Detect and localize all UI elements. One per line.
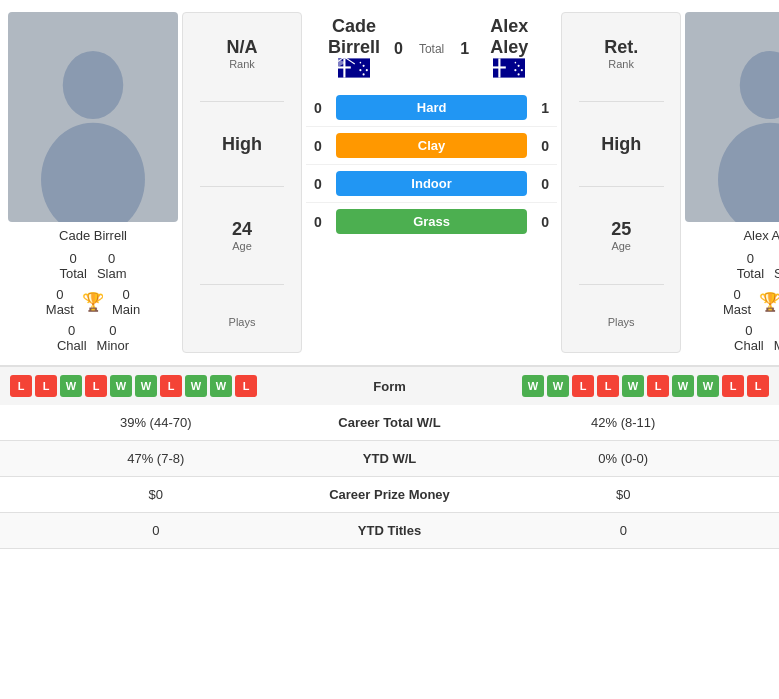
player2-chall-value: 0 xyxy=(745,323,752,338)
svg-point-22 xyxy=(740,51,779,119)
player2-age-value: 25 xyxy=(611,219,631,240)
form-label: Form xyxy=(340,379,440,394)
player2-total-label: Total xyxy=(737,266,764,281)
player2-form-badge-8: L xyxy=(722,375,744,397)
form-section: LLWLWWLWWL Form WWLLWLWWLL xyxy=(0,365,779,405)
player2-name-top: Alex Aley xyxy=(469,16,549,58)
player1-form: LLWLWWLWWL xyxy=(10,375,334,397)
player1-form-badge-0: L xyxy=(10,375,32,397)
ytd-titles-right: 0 xyxy=(480,523,768,538)
prize-right: $0 xyxy=(480,487,768,502)
player1-rank-label: Rank xyxy=(229,58,255,70)
player2-form-badge-2: L xyxy=(572,375,594,397)
player1-mast-cell: 0 Mast xyxy=(46,287,74,317)
player2-mast-cell: 0 Mast xyxy=(723,287,751,317)
svg-point-20 xyxy=(518,73,520,75)
player2-form: WWLLWLWWLL xyxy=(446,375,770,397)
player1-total-label: Total xyxy=(59,266,86,281)
prize-left: $0 xyxy=(12,487,300,502)
player2-photo xyxy=(685,12,779,222)
player2-rank-label: Rank xyxy=(608,58,634,70)
svg-rect-6 xyxy=(343,58,345,77)
player1-form-badge-6: L xyxy=(160,375,182,397)
player1-form-badge-5: W xyxy=(135,375,157,397)
player1-slam-cell: 0 Slam xyxy=(97,251,127,281)
player2-form-badge-3: L xyxy=(597,375,619,397)
divider3 xyxy=(200,284,285,285)
player1-minor-label: Minor xyxy=(97,338,130,353)
svg-point-1 xyxy=(41,123,145,222)
player1-trophy-icon: 🏆 xyxy=(82,291,104,313)
player1-column: Cade Birrell 0 Total 0 Slam 0 Mast 🏆 0 M… xyxy=(8,12,178,353)
player2-form-badge-4: W xyxy=(622,375,644,397)
player1-rank-item: N/A Rank xyxy=(227,37,258,70)
player1-chall-label: Chall xyxy=(57,338,87,353)
svg-point-9 xyxy=(359,69,361,71)
player2-flag xyxy=(493,58,525,78)
player1-slam-value: 0 xyxy=(108,251,115,266)
ytd-wl-label: YTD W/L xyxy=(300,451,480,466)
surface-btn-clay: Clay xyxy=(336,133,527,158)
player1-photo xyxy=(8,12,178,222)
player1-form-badge-2: W xyxy=(60,375,82,397)
total-score-right: 1 xyxy=(460,40,469,58)
player1-chall-cell: 0 Chall xyxy=(57,323,87,353)
player2-rank-value: Ret. xyxy=(604,37,638,58)
player1-age-value: 24 xyxy=(232,219,252,240)
player2-form-badge-5: L xyxy=(647,375,669,397)
player1-minor-cell: 0 Minor xyxy=(97,323,130,353)
surface-score-right-2: 0 xyxy=(533,176,557,192)
player1-main-value: 0 xyxy=(122,287,129,302)
player2-age-label: Age xyxy=(611,240,631,252)
player2-form-badge-0: W xyxy=(522,375,544,397)
career-total-label: Career Total W/L xyxy=(300,415,480,430)
player1-plays-item: Plays xyxy=(229,316,256,328)
player1-high-item: High xyxy=(222,134,262,155)
player1-mast-label: Mast xyxy=(46,302,74,317)
svg-point-13 xyxy=(360,62,362,64)
player2-form-badge-6: W xyxy=(672,375,694,397)
surface-row-1: 0 Clay 0 xyxy=(306,127,557,165)
surface-score-right-1: 0 xyxy=(533,138,557,154)
player1-age-label: Age xyxy=(232,240,252,252)
ytd-titles-left: 0 xyxy=(12,523,300,538)
player2-minor-cell: 0 Minor xyxy=(774,323,779,353)
player1-mast-value: 0 xyxy=(56,287,63,302)
player2-slam-label: Slam xyxy=(774,266,779,281)
player1-main-label: Main xyxy=(112,302,140,317)
player2-high-item: High xyxy=(601,134,641,155)
career-total-row: 39% (44-70) Career Total W/L 42% (8-11) xyxy=(0,405,779,441)
player1-form-badge-9: L xyxy=(235,375,257,397)
svg-point-17 xyxy=(515,69,517,71)
player1-chall-value: 0 xyxy=(68,323,75,338)
ytd-titles-label: YTD Titles xyxy=(300,523,480,538)
player2-age-item: 25 Age xyxy=(611,219,631,252)
svg-point-12 xyxy=(363,73,365,75)
career-total-right: 42% (8-11) xyxy=(480,415,768,430)
player-comparison-section: Cade Birrell 0 Total 0 Slam 0 Mast 🏆 0 M… xyxy=(0,0,779,365)
stats-table: 39% (44-70) Career Total W/L 42% (8-11) … xyxy=(0,405,779,549)
player1-stats-panel: N/A Rank High 24 Age Plays xyxy=(182,12,302,353)
surface-btn-indoor: Indoor xyxy=(336,171,527,196)
player2-name-below: Alex Aley xyxy=(743,228,779,243)
prize-row: $0 Career Prize Money $0 xyxy=(0,477,779,513)
surface-row-0: 0 Hard 1 xyxy=(306,89,557,127)
player2-plays-label: Plays xyxy=(608,316,635,328)
player1-slam-label: Slam xyxy=(97,266,127,281)
player2-mast-label: Mast xyxy=(723,302,751,317)
player2-total-cell: 0 Total xyxy=(737,251,764,281)
player2-form-badge-1: W xyxy=(547,375,569,397)
player2-mast-value: 0 xyxy=(733,287,740,302)
divider6 xyxy=(579,284,664,285)
svg-point-11 xyxy=(366,69,368,71)
surface-row-2: 0 Indoor 0 xyxy=(306,165,557,203)
player2-high-value: High xyxy=(601,134,641,155)
player2-chall-label: Chall xyxy=(734,338,764,353)
svg-point-19 xyxy=(521,69,523,71)
player1-flag xyxy=(338,58,370,78)
player1-plays-label: Plays xyxy=(229,316,256,328)
divider2 xyxy=(200,186,285,187)
player1-total-value: 0 xyxy=(70,251,77,266)
surface-score-right-0: 1 xyxy=(533,100,557,116)
player1-form-badge-7: W xyxy=(185,375,207,397)
